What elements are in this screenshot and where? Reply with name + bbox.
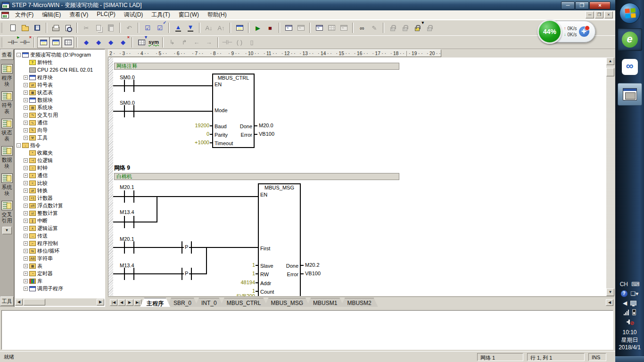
tree-expand-box[interactable]: +	[24, 287, 28, 291]
tab-SBR_0[interactable]: SBR_0	[167, 298, 198, 307]
delete-network-button[interactable]: ×⊣⊢	[19, 37, 31, 48]
tree-item[interactable]: +∿通信	[15, 119, 105, 126]
contact[interactable]	[133, 268, 134, 280]
tab-INT_0[interactable]: INT_0	[195, 298, 223, 307]
tree-item[interactable]: +∥中断	[15, 217, 105, 224]
tree-expand-box[interactable]: +	[24, 256, 28, 261]
tree-expand-box[interactable]: -	[17, 143, 21, 148]
tools-footer-button[interactable]: 工具	[0, 296, 14, 306]
tree-horizontal-scrollbar[interactable]: ◀ ▶	[15, 298, 104, 306]
contact[interactable]	[133, 105, 134, 117]
tree-expand-box[interactable]: +	[24, 264, 28, 268]
download-button[interactable]: ▼	[184, 22, 197, 33]
tree-expand-box[interactable]: +	[24, 241, 28, 246]
tree-item[interactable]: +AB字符串	[15, 255, 105, 262]
tree-item[interactable]: ＊收藏夹	[15, 149, 105, 156]
toggle-pou-comments-button[interactable]	[37, 37, 50, 48]
editor-vertical-scrollbar[interactable]: ▲ ▼	[606, 58, 614, 296]
volume-muted-icon[interactable]	[626, 319, 634, 325]
tree-item[interactable]: +◔定时器	[15, 270, 105, 277]
language-indicator[interactable]: CH	[620, 281, 628, 287]
tree-expand-box[interactable]: +	[24, 204, 28, 208]
tree-expand-box[interactable]: +	[24, 121, 28, 125]
tree-item[interactable]: -变频读写功能 (D:\Program	[15, 51, 105, 58]
menu-window[interactable]: 窗口(W)	[174, 10, 203, 20]
open-file-button[interactable]	[19, 22, 31, 33]
tree-expand-box[interactable]: +	[24, 136, 28, 140]
param-value[interactable]: &VB200	[222, 293, 255, 296]
symbolic-addressing-button[interactable]: sym	[148, 37, 160, 48]
tab-MBUSM1[interactable]: MBUSM1	[306, 298, 344, 307]
bookmark-clear-button[interactable]: ×◆	[117, 37, 129, 48]
edge-contact[interactable]	[182, 268, 182, 280]
tree-expand-box[interactable]: +	[24, 106, 28, 110]
tree-expand-box[interactable]: +	[24, 234, 28, 238]
output-operand[interactable]: M20.0	[259, 123, 273, 128]
tab-nav-button-2[interactable]: ▶	[126, 299, 133, 306]
tree-expand-box[interactable]: +	[24, 249, 28, 253]
save-button[interactable]	[31, 22, 43, 33]
sidebar-item-cross-reference[interactable]: 交叉引用	[0, 201, 14, 224]
tree-expand-box[interactable]: +	[24, 173, 28, 178]
menu-debug[interactable]: 调试(D)	[120, 10, 148, 20]
contact[interactable]	[133, 216, 134, 228]
tree-item[interactable]: +⌐程序控制	[15, 239, 105, 247]
tab-scroll-button[interactable]: ◀	[606, 299, 613, 306]
edge-contact[interactable]	[191, 268, 192, 280]
tree-item[interactable]: -↓指令	[15, 141, 105, 149]
tree-item[interactable]: CPU 226 CN REL 02.01	[15, 66, 105, 74]
contact[interactable]	[124, 105, 125, 117]
tree-expand-box[interactable]: -	[17, 53, 21, 57]
chart-status-button[interactable]	[313, 22, 325, 33]
param-value[interactable]: 48194	[222, 280, 255, 285]
tree-item[interactable]: +±R浮点数计算	[15, 202, 105, 209]
menu-edit[interactable]: 编辑(E)	[38, 10, 65, 20]
contact[interactable]	[124, 216, 125, 228]
keyboard-icon[interactable]: ⌨	[631, 281, 639, 287]
battery-icon[interactable]	[632, 309, 636, 315]
network9-comment[interactable]: 白棉机	[114, 173, 399, 180]
tree-item[interactable]: +数据块	[15, 96, 105, 104]
taskbar-browser-360[interactable]: e	[618, 28, 642, 51]
mdi-minimize-button[interactable]: ─	[586, 11, 594, 18]
contact[interactable]	[133, 241, 134, 254]
minimize-button[interactable]: ─	[561, 1, 575, 9]
param-value[interactable]: 0	[176, 131, 209, 137]
tree-expand-box[interactable]: +	[24, 75, 28, 80]
expand-tray-icon[interactable]: ❏▾	[631, 291, 639, 296]
print-button[interactable]	[50, 22, 62, 33]
tree-item[interactable]: +∧逻辑运算	[15, 224, 105, 232]
menu-view[interactable]: 查看(V)	[65, 10, 92, 20]
taskbar-baidu-netdisk[interactable]: ∞	[618, 56, 642, 78]
tree-item[interactable]: ++1计数器	[15, 194, 105, 202]
contact[interactable]	[124, 190, 125, 203]
output-window[interactable]	[1, 310, 613, 350]
program-status-button[interactable]	[282, 22, 295, 33]
sidebar-item-program-block[interactable]: 程序块	[0, 64, 14, 87]
tab-MBUSM2[interactable]: MBUSM2	[340, 298, 378, 307]
param-value[interactable]: 1	[222, 271, 255, 276]
contact[interactable]	[133, 80, 134, 92]
toggle-network-comments-button[interactable]	[50, 37, 62, 48]
tree-item[interactable]: +✎向导	[15, 126, 105, 134]
tree-item[interactable]: +↷交叉引用	[15, 111, 105, 119]
taskbar-step7-microwin[interactable]	[618, 83, 642, 106]
mdi-close-button[interactable]: ×	[604, 11, 613, 18]
tree-expand-box[interactable]: +	[24, 158, 28, 163]
scroll-left-button[interactable]: ◀	[15, 299, 23, 305]
param-value[interactable]: 19200	[176, 123, 209, 128]
tree-item[interactable]: +⇄转换	[15, 187, 105, 194]
tab-主程序[interactable]: 主程序	[140, 298, 170, 307]
tree-item[interactable]: +▤系统块	[15, 104, 105, 111]
menu-help[interactable]: 帮助(H)	[203, 10, 231, 20]
run-button[interactable]: ▶	[252, 22, 264, 33]
contact[interactable]	[133, 190, 134, 203]
tree-item[interactable]: +⇄符号表	[15, 81, 105, 89]
tab-nav-button-0[interactable]: |◀	[110, 299, 117, 306]
bookmark-previous-button[interactable]: ◆	[105, 37, 117, 48]
nav-scroll-down-button[interactable]: ▼	[2, 227, 12, 234]
show-desktop-button[interactable]	[615, 356, 644, 362]
tree-expand-box[interactable]: +	[24, 196, 28, 200]
contact[interactable]	[124, 241, 125, 254]
scroll-right-button[interactable]: ▶	[97, 299, 104, 305]
